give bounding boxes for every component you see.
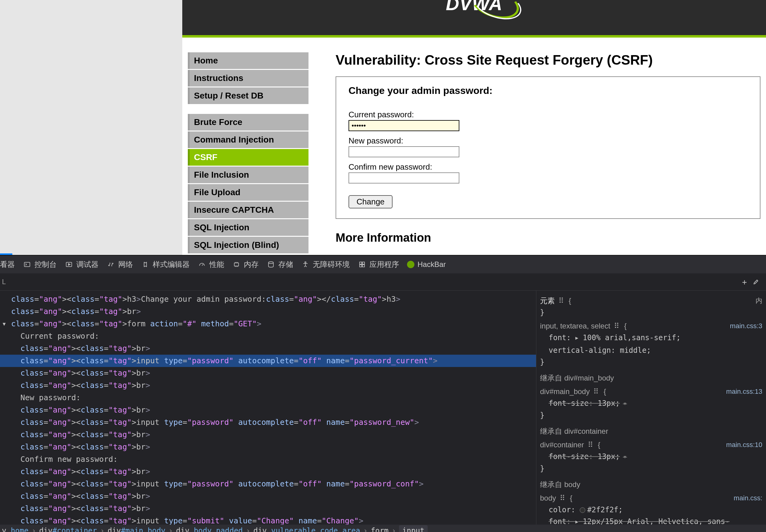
dom-pane[interactable]: class="ang"><class="tag">h3>Change your … (0, 291, 536, 525)
new-password-label: New password: (349, 136, 748, 146)
dom-line[interactable]: class="ang"><class="tag">br> (0, 342, 536, 355)
dom-line[interactable]: class="ang"><class="tag">input type="sub… (0, 515, 536, 525)
sidebar-group-1: Home Instructions Setup / Reset DB (188, 52, 308, 104)
style-editor-icon (141, 260, 150, 269)
app-header: DVWA (182, 0, 766, 35)
search-hint[interactable]: L (2, 278, 6, 286)
tab-memory[interactable]: 内存 (232, 260, 259, 269)
sidebar-item-home[interactable]: Home (188, 52, 308, 69)
dom-line[interactable]: Current password: (0, 330, 536, 342)
tab-style-editor[interactable]: 样式编辑器 (141, 260, 190, 269)
tab-inspector[interactable]: 看器 (0, 260, 15, 269)
sidebar-item-sql-injection[interactable]: SQL Injection (188, 219, 308, 236)
grip-icon: ⠿ (558, 295, 565, 307)
sidebar-item-sql-injection-blind[interactable]: SQL Injection (Blind) (188, 237, 308, 253)
dom-line[interactable]: ▾ class="ang"><class="tag">form action="… (0, 318, 536, 330)
grip-icon: ⠿ (560, 492, 566, 504)
dom-line[interactable]: class="ang"><class="tag">input type="pas… (0, 416, 536, 429)
chevron-right-icon: › (392, 526, 396, 532)
expand-tri-icon: ▶ (575, 516, 579, 525)
tab-console[interactable]: 控制台 (23, 260, 57, 269)
expand-tri-icon: ▶ (575, 332, 579, 344)
breadcrumb-item[interactable]: form (371, 526, 389, 532)
dom-line[interactable]: class="ang"><class="tag">br> (0, 367, 536, 379)
dom-line[interactable]: class="ang"><class="tag">br> (0, 465, 536, 478)
svg-rect-3 (234, 263, 239, 266)
source-link[interactable]: main.css:3 (730, 320, 762, 332)
dom-line[interactable]: class="ang"><class="tag">br> (0, 305, 536, 318)
devtools-tabbar: 看器 控制台 调试器 网络 样式编辑器 性能 内存 存储 无障碍环境 应用程序 … (0, 255, 766, 273)
breadcrumb-item[interactable]: div#container (39, 526, 97, 532)
tab-performance[interactable]: 性能 (198, 260, 224, 269)
dom-line[interactable]: New password: (0, 392, 536, 404)
app-body: Home Instructions Setup / Reset DB Brute… (182, 52, 766, 255)
css-property-overridden[interactable]: font: ▶ 12px/15px Arial, Helvetica, sans… (540, 516, 762, 525)
add-rule-button[interactable]: + (742, 277, 747, 287)
rule4-header: body ⠿ { main.css: (540, 492, 762, 504)
confirm-password-input[interactable] (349, 172, 459, 183)
dom-line[interactable]: class="ang"><class="tag">br> (0, 502, 536, 515)
dom-line[interactable]: class="ang"><class="tag">input type="pas… (0, 355, 536, 367)
css-property[interactable]: font: ▶ 100% arial,sans-serif; (540, 332, 762, 345)
dom-line[interactable]: Confirm new password: (0, 453, 536, 465)
source-link[interactable]: main.css: (734, 492, 762, 504)
breadcrumb-item[interactable]: div.vulnerable_code_area (253, 526, 360, 532)
current-password-input[interactable] (349, 120, 459, 131)
tab-network[interactable]: 网络 (107, 260, 133, 269)
dom-line[interactable]: class="ang"><class="tag">br> (0, 404, 536, 416)
more-information-heading: More Information (336, 231, 766, 244)
sidebar: Home Instructions Setup / Reset DB Brute… (182, 52, 314, 255)
dom-line[interactable]: class="ang"><class="tag">input type="pas… (0, 478, 536, 490)
inherited-from-container: 继承自 div#container (540, 425, 762, 437)
element-rule-header: 元素 ⠿ { 内 (540, 295, 762, 307)
tab-accessibility[interactable]: 无障碍环境 (301, 260, 350, 269)
tab-hackbar[interactable]: HackBar (407, 260, 446, 269)
css-property-overridden[interactable]: font-size: 13px;▾ (540, 451, 762, 463)
css-property[interactable]: vertical-align: middle; (540, 345, 762, 356)
chevron-right-icon: › (32, 526, 36, 532)
source-link[interactable]: main.css:13 (726, 386, 762, 397)
rule3-header: div#container ⠿ { main.css:10 (540, 439, 762, 451)
breadcrumb-item[interactable]: y.home (2, 526, 29, 532)
page-title: Vulnerability: Cross Site Request Forger… (336, 52, 766, 68)
sidebar-item-setup[interactable]: Setup / Reset DB (188, 87, 308, 104)
storage-icon (267, 260, 275, 269)
inherited-from-main-body: 继承自 div#main_body (540, 372, 762, 384)
dom-line[interactable]: class="ang"><class="tag">br> (0, 429, 536, 441)
breadcrumb-item[interactable]: div.body_padded (176, 526, 243, 532)
sidebar-item-brute-force[interactable]: Brute Force (188, 114, 308, 131)
funnel-icon: ▾ (623, 400, 627, 407)
form-heading: Change your admin password: (349, 85, 748, 96)
tab-storage[interactable]: 存储 (267, 260, 293, 269)
sidebar-item-file-inclusion[interactable]: File Inclusion (188, 167, 308, 183)
debugger-icon (65, 260, 73, 269)
new-password-input[interactable] (349, 146, 459, 157)
eyedropper-button[interactable] (753, 277, 760, 287)
sidebar-item-instructions[interactable]: Instructions (188, 70, 308, 87)
css-property-overridden[interactable]: font-size: 13px;▾ (540, 397, 762, 409)
css-property[interactable]: color: #2f2f2f; (540, 504, 762, 516)
accessibility-icon (301, 260, 310, 269)
inner-tab[interactable]: 内 (756, 295, 762, 307)
sidebar-item-insecure-captcha[interactable]: Insecure CAPTCHA (188, 202, 308, 218)
sidebar-item-csrf[interactable]: CSRF (188, 149, 308, 166)
source-link[interactable]: main.css:10 (726, 439, 762, 451)
dom-line[interactable]: class="ang"><class="tag">br> (0, 379, 536, 392)
network-icon (107, 260, 115, 269)
dom-line[interactable]: class="ang"><class="tag">br> (0, 490, 536, 502)
dom-line[interactable]: class="ang"><class="tag">br> (0, 441, 536, 453)
dvwa-logo: DVWA (446, 0, 502, 14)
header-accent-bar (182, 35, 766, 38)
chevron-right-icon: › (246, 526, 250, 532)
tab-debugger[interactable]: 调试器 (65, 260, 99, 269)
sidebar-item-command-injection[interactable]: Command Injection (188, 131, 308, 148)
breadcrumb-item[interactable]: input (399, 525, 427, 532)
svg-rect-7 (362, 262, 365, 264)
tab-application[interactable]: 应用程序 (358, 260, 399, 269)
application-icon (358, 260, 366, 269)
dom-line[interactable]: class="ang"><class="tag">h3>Change your … (0, 293, 536, 305)
sidebar-item-file-upload[interactable]: File Upload (188, 184, 308, 201)
change-button[interactable]: Change (349, 195, 393, 208)
breadcrumb-item[interactable]: div#main_body (107, 526, 165, 532)
svg-point-4 (268, 262, 273, 264)
